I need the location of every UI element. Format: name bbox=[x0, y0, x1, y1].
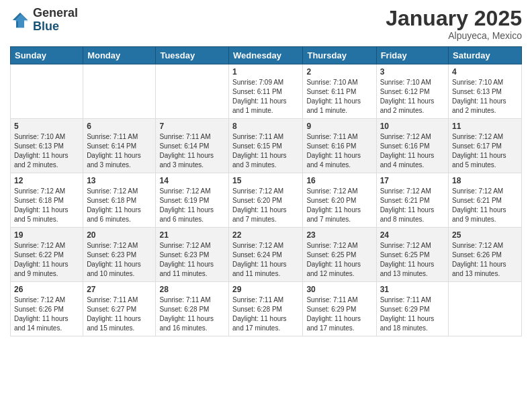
calendar-cell: 1Sunrise: 7:09 AM Sunset: 6:11 PM Daylig… bbox=[229, 64, 303, 119]
day-number: 6 bbox=[87, 122, 152, 131]
day-number: 31 bbox=[380, 285, 445, 294]
day-number: 28 bbox=[159, 285, 225, 294]
calendar-cell bbox=[83, 64, 156, 119]
calendar-cell: 12Sunrise: 7:12 AM Sunset: 6:18 PM Dayli… bbox=[11, 173, 83, 228]
day-info: Sunrise: 7:09 AM Sunset: 6:11 PM Dayligh… bbox=[232, 78, 299, 116]
day-number: 3 bbox=[380, 67, 445, 77]
day-info: Sunrise: 7:12 AM Sunset: 6:26 PM Dayligh… bbox=[14, 295, 79, 333]
logo: General Blue bbox=[10, 7, 78, 34]
day-info: Sunrise: 7:11 AM Sunset: 6:28 PM Dayligh… bbox=[232, 295, 299, 333]
day-number: 21 bbox=[159, 230, 225, 240]
day-info: Sunrise: 7:12 AM Sunset: 6:19 PM Dayligh… bbox=[159, 187, 225, 224]
calendar-cell: 18Sunrise: 7:12 AM Sunset: 6:21 PM Dayli… bbox=[449, 173, 522, 228]
calendar-cell: 8Sunrise: 7:11 AM Sunset: 6:15 PM Daylig… bbox=[229, 119, 303, 173]
calendar-cell: 3Sunrise: 7:10 AM Sunset: 6:12 PM Daylig… bbox=[376, 64, 448, 119]
day-number: 7 bbox=[159, 122, 225, 131]
day-info: Sunrise: 7:12 AM Sunset: 6:17 PM Dayligh… bbox=[452, 132, 518, 170]
calendar-cell: 26Sunrise: 7:12 AM Sunset: 6:26 PM Dayli… bbox=[11, 282, 83, 336]
day-number: 17 bbox=[380, 176, 445, 185]
day-info: Sunrise: 7:12 AM Sunset: 6:22 PM Dayligh… bbox=[14, 241, 79, 279]
calendar-cell: 4Sunrise: 7:10 AM Sunset: 6:13 PM Daylig… bbox=[449, 64, 522, 119]
day-info: Sunrise: 7:10 AM Sunset: 6:12 PM Dayligh… bbox=[380, 78, 445, 116]
day-number: 30 bbox=[306, 285, 372, 294]
calendar-cell: 24Sunrise: 7:12 AM Sunset: 6:25 PM Dayli… bbox=[376, 228, 448, 282]
day-info: Sunrise: 7:11 AM Sunset: 6:29 PM Dayligh… bbox=[306, 295, 372, 333]
calendar-cell: 10Sunrise: 7:12 AM Sunset: 6:16 PM Dayli… bbox=[376, 119, 448, 173]
day-info: Sunrise: 7:12 AM Sunset: 6:18 PM Dayligh… bbox=[14, 187, 79, 224]
calendar-week-row: 26Sunrise: 7:12 AM Sunset: 6:26 PM Dayli… bbox=[11, 282, 522, 336]
day-of-week-header: Thursday bbox=[303, 47, 376, 64]
calendar-cell bbox=[156, 64, 229, 119]
day-of-week-header: Monday bbox=[83, 47, 156, 64]
day-number: 2 bbox=[306, 67, 372, 77]
day-number: 1 bbox=[232, 67, 299, 77]
day-info: Sunrise: 7:11 AM Sunset: 6:27 PM Dayligh… bbox=[87, 295, 152, 333]
calendar-cell: 15Sunrise: 7:12 AM Sunset: 6:20 PM Dayli… bbox=[229, 173, 303, 228]
day-number: 4 bbox=[452, 67, 518, 77]
calendar-cell: 11Sunrise: 7:12 AM Sunset: 6:17 PM Dayli… bbox=[449, 119, 522, 173]
day-info: Sunrise: 7:12 AM Sunset: 6:20 PM Dayligh… bbox=[306, 187, 372, 224]
calendar-cell: 27Sunrise: 7:11 AM Sunset: 6:27 PM Dayli… bbox=[83, 282, 156, 336]
day-info: Sunrise: 7:11 AM Sunset: 6:14 PM Dayligh… bbox=[159, 132, 225, 170]
day-number: 10 bbox=[380, 122, 445, 131]
day-number: 13 bbox=[87, 176, 152, 185]
day-info: Sunrise: 7:11 AM Sunset: 6:14 PM Dayligh… bbox=[87, 132, 152, 170]
day-number: 29 bbox=[232, 285, 299, 294]
day-number: 15 bbox=[232, 176, 299, 185]
location-subtitle: Alpuyeca, Mexico bbox=[386, 30, 522, 41]
calendar-table: SundayMondayTuesdayWednesdayThursdayFrid… bbox=[10, 46, 522, 336]
logo-general: General bbox=[33, 6, 78, 19]
calendar-cell: 25Sunrise: 7:12 AM Sunset: 6:26 PM Dayli… bbox=[449, 228, 522, 282]
day-info: Sunrise: 7:12 AM Sunset: 6:20 PM Dayligh… bbox=[232, 187, 299, 224]
calendar-cell: 21Sunrise: 7:12 AM Sunset: 6:23 PM Dayli… bbox=[156, 228, 229, 282]
logo-icon bbox=[10, 10, 30, 30]
day-info: Sunrise: 7:12 AM Sunset: 6:25 PM Dayligh… bbox=[380, 241, 445, 279]
calendar-cell: 5Sunrise: 7:10 AM Sunset: 6:13 PM Daylig… bbox=[11, 119, 83, 173]
day-info: Sunrise: 7:12 AM Sunset: 6:23 PM Dayligh… bbox=[159, 241, 225, 279]
calendar-cell: 20Sunrise: 7:12 AM Sunset: 6:23 PM Dayli… bbox=[83, 228, 156, 282]
calendar-week-row: 1Sunrise: 7:09 AM Sunset: 6:11 PM Daylig… bbox=[11, 64, 522, 119]
calendar-cell: 30Sunrise: 7:11 AM Sunset: 6:29 PM Dayli… bbox=[303, 282, 376, 336]
day-info: Sunrise: 7:12 AM Sunset: 6:18 PM Dayligh… bbox=[87, 187, 152, 224]
day-number: 19 bbox=[14, 230, 79, 240]
day-info: Sunrise: 7:12 AM Sunset: 6:21 PM Dayligh… bbox=[380, 187, 445, 224]
day-info: Sunrise: 7:12 AM Sunset: 6:25 PM Dayligh… bbox=[306, 241, 372, 279]
day-of-week-header: Sunday bbox=[11, 47, 83, 64]
day-of-week-header: Friday bbox=[376, 47, 448, 64]
calendar-cell: 2Sunrise: 7:10 AM Sunset: 6:11 PM Daylig… bbox=[303, 64, 376, 119]
day-info: Sunrise: 7:12 AM Sunset: 6:21 PM Dayligh… bbox=[452, 187, 518, 224]
day-info: Sunrise: 7:12 AM Sunset: 6:26 PM Dayligh… bbox=[452, 241, 518, 279]
logo-text: General Blue bbox=[33, 7, 78, 34]
calendar-cell: 16Sunrise: 7:12 AM Sunset: 6:20 PM Dayli… bbox=[303, 173, 376, 228]
day-info: Sunrise: 7:12 AM Sunset: 6:23 PM Dayligh… bbox=[87, 241, 152, 279]
calendar-cell: 22Sunrise: 7:12 AM Sunset: 6:24 PM Dayli… bbox=[229, 228, 303, 282]
day-info: Sunrise: 7:11 AM Sunset: 6:16 PM Dayligh… bbox=[306, 132, 372, 170]
day-info: Sunrise: 7:11 AM Sunset: 6:29 PM Dayligh… bbox=[380, 295, 445, 333]
day-number: 8 bbox=[232, 122, 299, 131]
day-number: 26 bbox=[14, 285, 79, 294]
day-of-week-header: Tuesday bbox=[156, 47, 229, 64]
day-info: Sunrise: 7:10 AM Sunset: 6:11 PM Dayligh… bbox=[306, 78, 372, 116]
month-title: January 2025 bbox=[386, 7, 522, 30]
day-number: 9 bbox=[306, 122, 372, 131]
day-number: 25 bbox=[452, 230, 518, 240]
title-block: January 2025 Alpuyeca, Mexico bbox=[386, 7, 522, 41]
day-number: 20 bbox=[87, 230, 152, 240]
day-info: Sunrise: 7:10 AM Sunset: 6:13 PM Dayligh… bbox=[452, 78, 518, 116]
day-number: 5 bbox=[14, 122, 79, 131]
calendar-cell: 19Sunrise: 7:12 AM Sunset: 6:22 PM Dayli… bbox=[11, 228, 83, 282]
day-number: 22 bbox=[232, 230, 299, 240]
calendar-cell bbox=[449, 282, 522, 336]
calendar-header-row: SundayMondayTuesdayWednesdayThursdayFrid… bbox=[11, 47, 522, 64]
logo-blue-text: Blue bbox=[33, 19, 59, 33]
calendar-cell: 7Sunrise: 7:11 AM Sunset: 6:14 PM Daylig… bbox=[156, 119, 229, 173]
day-of-week-header: Wednesday bbox=[229, 47, 303, 64]
day-info: Sunrise: 7:12 AM Sunset: 6:24 PM Dayligh… bbox=[232, 241, 299, 279]
day-number: 16 bbox=[306, 176, 372, 185]
day-info: Sunrise: 7:11 AM Sunset: 6:28 PM Dayligh… bbox=[159, 295, 225, 333]
day-number: 27 bbox=[87, 285, 152, 294]
calendar-cell: 13Sunrise: 7:12 AM Sunset: 6:18 PM Dayli… bbox=[83, 173, 156, 228]
day-info: Sunrise: 7:12 AM Sunset: 6:16 PM Dayligh… bbox=[380, 132, 445, 170]
calendar-week-row: 19Sunrise: 7:12 AM Sunset: 6:22 PM Dayli… bbox=[11, 228, 522, 282]
calendar-cell: 31Sunrise: 7:11 AM Sunset: 6:29 PM Dayli… bbox=[376, 282, 448, 336]
